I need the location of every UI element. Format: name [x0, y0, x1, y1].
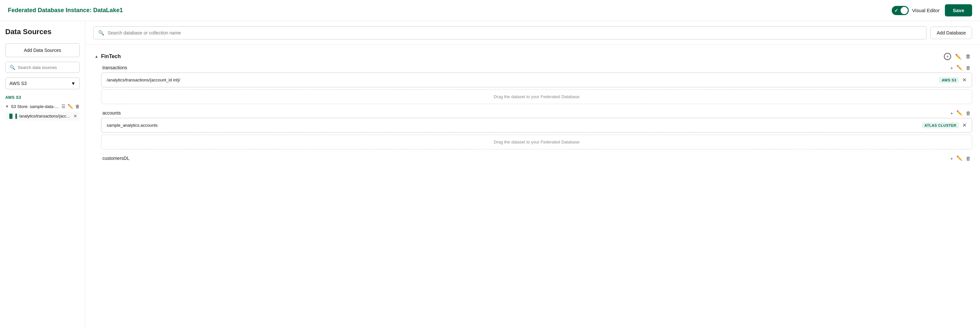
bars-icon: ▐▌▐	[8, 113, 17, 118]
dataset-row-accounts-0: sample_analytics.accounts ATLAS CLUSTER …	[101, 118, 972, 132]
db-search-input[interactable]	[108, 30, 921, 35]
db-section-header-fintech: ▲ FinTech + ✏️ 🗑	[93, 50, 972, 63]
drop-zone-transactions[interactable]: Drag the dataset to your Federated Datab…	[101, 89, 972, 104]
dataset-remove-accounts-0[interactable]: ✕	[962, 122, 967, 128]
dataset-badge-atlas-cluster: ATLAS CLUSTER	[922, 123, 959, 128]
s3-file-row: ▐▌▐ /analytics/transactions/{account_id …	[5, 112, 80, 121]
visual-editor-label: Visual Editor	[912, 8, 940, 13]
s3-file-path: /analytics/transactions/{account_id in..…	[19, 114, 72, 118]
delete-collection-transactions-icon[interactable]: 🗑	[966, 65, 971, 70]
top-header: Federated Database Instance: DataLake1 ✓…	[0, 0, 980, 21]
db-search-icon: 🔍	[98, 30, 104, 36]
aws-s3-section: AWS S3 ▼ S3 Store: sample-data-atlas-dat…	[5, 95, 80, 121]
delete-collection-accounts-icon[interactable]: 🗑	[966, 110, 971, 116]
collection-actions-accounts: + ✏️ 🗑	[950, 110, 971, 116]
edit-collection-transactions-icon[interactable]: ✏️	[956, 65, 963, 70]
toggle-track: ✓	[892, 6, 909, 15]
add-data-sources-button[interactable]: Add Data Sources	[5, 43, 80, 57]
drop-zone-label-accounts: Drag the dataset to your Federated Datab…	[493, 140, 580, 144]
collection-header-customersdl: customersDL + ✏️ 🗑	[101, 153, 972, 163]
s3-store-edit-icon[interactable]: ✏️	[68, 104, 73, 109]
dropdown-label: AWS S3	[10, 81, 27, 86]
dataset-badge-aws-s3: AWS S3	[939, 77, 959, 83]
sidebar-title: Data Sources	[5, 27, 80, 39]
save-button[interactable]: Save	[945, 4, 972, 16]
dataset-remove-transactions-0[interactable]: ✕	[962, 77, 967, 83]
data-source-type-dropdown[interactable]: AWS S3 ▼	[5, 78, 80, 89]
delete-collection-customersdl-icon[interactable]: 🗑	[966, 156, 971, 161]
collection-accounts: accounts + ✏️ 🗑 sample_analytics.account…	[101, 108, 972, 149]
search-data-sources-wrapper: 🔍	[5, 62, 80, 73]
search-data-sources-input[interactable]	[18, 65, 75, 70]
collection-header-accounts: accounts + ✏️ 🗑	[101, 108, 972, 118]
aws-s3-section-label: AWS S3	[5, 95, 80, 100]
drop-zone-label-transactions: Drag the dataset to your Federated Datab…	[493, 94, 580, 99]
collection-transactions: transactions + ✏️ 🗑 /analytics/transacti…	[101, 63, 972, 104]
collection-header-transactions: transactions + ✏️ 🗑	[101, 63, 972, 73]
collection-actions-transactions: + ✏️ 🗑	[950, 65, 971, 70]
s3-store-row: ▼ S3 Store: sample-data-atlas-data... ☰ …	[5, 102, 80, 110]
db-section-caret-icon: ▲	[94, 54, 99, 59]
collection-name-accounts: accounts	[102, 110, 121, 116]
db-section-fintech: ▲ FinTech + ✏️ 🗑 transactions +	[93, 50, 972, 163]
dataset-row-transactions-0: /analytics/transactions/{account_id int}…	[101, 73, 972, 87]
add-dataset-customersdl-icon[interactable]: +	[950, 156, 953, 161]
s3-store-caret-icon[interactable]: ▼	[5, 104, 9, 108]
add-collection-button-fintech[interactable]: +	[944, 53, 951, 60]
drop-zone-accounts[interactable]: Drag the dataset to your Federated Datab…	[101, 135, 972, 149]
federated-label: Federated Database Instance:	[8, 7, 92, 13]
right-content: 🔍 Add Database ▲ FinTech + ✏️ 🗑	[85, 21, 980, 327]
s3-store-actions: ☰ ✏️ 🗑	[61, 104, 80, 109]
db-content: ▲ FinTech + ✏️ 🗑 transactions +	[85, 45, 980, 327]
db-section-actions-fintech: + ✏️ 🗑	[944, 53, 971, 60]
federated-title: Federated Database Instance: DataLake1	[8, 7, 123, 14]
add-dataset-transactions-icon[interactable]: +	[950, 65, 953, 70]
s3-file-remove-icon[interactable]: ✕	[73, 113, 77, 118]
search-bar-area: 🔍 Add Database	[85, 21, 980, 45]
add-database-button[interactable]: Add Database	[931, 27, 972, 39]
s3-store-name: S3 Store: sample-data-atlas-data...	[11, 104, 59, 109]
add-dataset-accounts-icon[interactable]: +	[950, 110, 953, 116]
main-layout: Data Sources Add Data Sources 🔍 AWS S3 ▼…	[0, 21, 980, 327]
edit-db-fintech-icon[interactable]: ✏️	[955, 54, 962, 60]
s3-store-list-icon[interactable]: ☰	[61, 104, 66, 109]
s3-store-delete-icon[interactable]: 🗑	[75, 104, 80, 109]
chevron-down-icon: ▼	[71, 81, 75, 86]
edit-collection-accounts-icon[interactable]: ✏️	[956, 110, 963, 116]
fintech-label: FinTech	[101, 54, 121, 59]
sidebar: Data Sources Add Data Sources 🔍 AWS S3 ▼…	[0, 21, 85, 327]
federated-name: DataLake1	[93, 7, 123, 13]
collection-actions-customersdl: + ✏️ 🗑	[950, 155, 971, 161]
db-search-wrapper: 🔍	[93, 26, 926, 39]
collection-name-customersdl: customersDL	[102, 156, 129, 161]
visual-editor-toggle[interactable]: ✓	[892, 6, 909, 15]
dataset-path-transactions-0: /analytics/transactions/{account_id int}…	[107, 78, 939, 82]
search-icon: 🔍	[10, 65, 15, 70]
toggle-check-icon: ✓	[894, 8, 898, 13]
delete-db-fintech-icon[interactable]: 🗑	[966, 54, 971, 59]
header-actions: ✓ Visual Editor Save	[892, 4, 972, 16]
dataset-path-accounts-0: sample_analytics.accounts	[107, 123, 922, 128]
edit-collection-customersdl-icon[interactable]: ✏️	[956, 155, 963, 161]
visual-editor-toggle-container: ✓ Visual Editor	[892, 6, 940, 15]
collection-customersdl: customersDL + ✏️ 🗑	[101, 153, 972, 163]
collection-name-transactions: transactions	[102, 65, 127, 70]
toggle-thumb	[900, 7, 908, 14]
db-section-name-fintech[interactable]: ▲ FinTech	[94, 54, 121, 59]
